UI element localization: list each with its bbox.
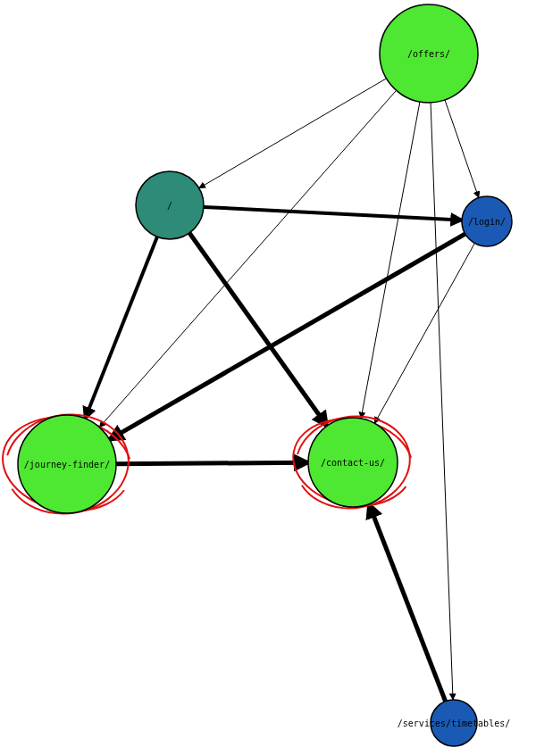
edge-offers-to-login (445, 100, 479, 198)
edge-root-to-contact-us (189, 233, 327, 426)
edge-journey-finder-to-contact-us (116, 462, 308, 463)
edge-offers-to-timetables (431, 103, 453, 700)
edge-offers-to-contact-us (361, 102, 420, 419)
node-label-timetables: /services/timetables/ (398, 719, 510, 728)
edge-offers-to-journey-finder (99, 90, 396, 427)
node-label-login: /login/ (468, 217, 506, 227)
node-timetables: /services/timetables/ (398, 700, 510, 746)
edge-login-to-contact-us (374, 243, 474, 423)
node-label-root: / (167, 201, 172, 211)
node-login: /login/ (462, 196, 512, 246)
node-root: / (136, 171, 204, 239)
graph-diagram: /offers///login//journey-finder//contact… (0, 0, 536, 756)
graph-edges (85, 79, 479, 702)
node-journey-finder: /journey-finder/ (18, 415, 116, 513)
node-label-contact-us: /contact-us/ (321, 458, 385, 468)
node-contact-us: /contact-us/ (308, 418, 398, 507)
node-label-journey-finder: /journey-finder/ (24, 460, 110, 469)
node-offers: /offers/ (380, 4, 478, 103)
graph-nodes: /offers///login//journey-finder//contact… (18, 4, 512, 746)
edge-login-to-journey-finder (110, 234, 465, 439)
edge-root-to-journey-finder (85, 237, 157, 419)
edge-timetables-to-contact-us (369, 504, 446, 702)
edge-root-to-login (204, 207, 462, 220)
node-label-offers: /offers/ (407, 49, 450, 59)
